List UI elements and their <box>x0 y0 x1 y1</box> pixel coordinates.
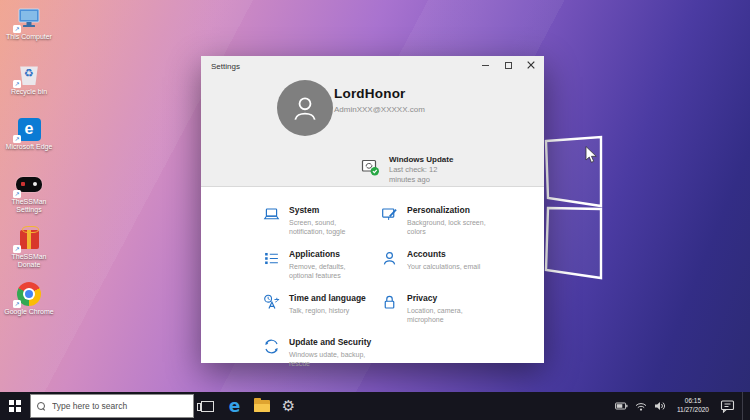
desktop-icon-thessman-settings[interactable]: ↗ TheSSMan Settings <box>2 171 56 226</box>
desktop-wallpaper: ↗ This Computer ♻ ↗ Recycle bin e ↗ Micr… <box>0 0 750 420</box>
shortcut-arrow-icon: ↗ <box>13 245 21 253</box>
privacy-icon <box>381 294 398 311</box>
volume-icon[interactable] <box>654 401 666 411</box>
action-center-button[interactable] <box>720 399 735 413</box>
personalization-icon <box>381 206 398 223</box>
edge-icon: e <box>229 398 241 415</box>
clock-time: 06:15 <box>677 397 709 406</box>
settings-categories: System Screen, sound, notification, togg… <box>263 206 507 382</box>
taskbar: e ⚙ <box>0 392 750 420</box>
windows-update-icon <box>361 158 380 176</box>
tile-privacy[interactable]: Privacy Location, camera, microphone <box>381 294 507 338</box>
windows-update-status-line1: Last check: 12 <box>389 165 453 174</box>
recycle-bin-icon: ♻ ↗ <box>16 61 42 87</box>
chrome-icon: ↗ <box>16 281 42 307</box>
windows-update-status[interactable]: Windows Update Last check: 12 minutes ag… <box>361 155 453 185</box>
maximize-button[interactable] <box>501 58 515 72</box>
accounts-icon <box>381 250 398 267</box>
user-profile[interactable]: LordHonor AdminXXX@XXXXX.com <box>334 86 425 114</box>
desktop-icon-recycle-bin[interactable]: ♻ ↗ Recycle bin <box>2 61 56 116</box>
tile-time-language[interactable]: Time and language Talk, region, history <box>263 294 381 338</box>
applications-icon <box>263 250 280 267</box>
desktop-icon-google-chrome[interactable]: ↗ Google Chrome <box>2 281 56 336</box>
user-email: AdminXXX@XXXXX.com <box>334 105 425 114</box>
desktop-icon-microsoft-edge[interactable]: e ↗ Microsoft Edge <box>2 116 56 171</box>
show-desktop-button[interactable] <box>742 392 746 420</box>
user-name: LordHonor <box>334 86 425 101</box>
time-language-icon <box>263 294 280 311</box>
update-security-icon <box>263 338 280 355</box>
close-button[interactable] <box>524 58 538 72</box>
start-button[interactable] <box>0 392 30 420</box>
shortcut-arrow-icon: ↗ <box>13 135 21 143</box>
desktop-icon-this-computer[interactable]: ↗ This Computer <box>2 6 56 61</box>
gift-icon: ↗ <box>16 226 42 252</box>
mouse-cursor <box>585 146 599 164</box>
tile-update-security[interactable]: Update and Security Windows udate, backu… <box>263 338 381 382</box>
search-icon <box>37 402 46 411</box>
wallpaper-windows-logo <box>540 128 610 288</box>
tile-applications[interactable]: Applications Remove, defaults, optional … <box>263 250 381 294</box>
user-avatar[interactable] <box>277 80 333 136</box>
person-icon <box>288 91 322 125</box>
desktop-icon-label: TheSSMan Donate <box>2 253 56 269</box>
action-center-icon <box>720 399 735 413</box>
file-explorer-button[interactable] <box>248 392 275 420</box>
wifi-icon[interactable] <box>635 402 647 411</box>
gamepad-icon: ↗ <box>16 171 42 197</box>
folder-icon <box>254 400 270 412</box>
taskbar-settings-button[interactable]: ⚙ <box>275 392 302 420</box>
edge-icon: e ↗ <box>16 116 42 142</box>
shortcut-arrow-icon: ↗ <box>13 300 21 308</box>
system-tray: 06:15 11/27/2020 <box>615 392 750 420</box>
taskbar-search[interactable] <box>30 394 194 418</box>
shortcut-arrow-icon: ↗ <box>13 190 21 198</box>
windows-logo-icon <box>9 400 21 412</box>
desktop-icon-list: ↗ This Computer ♻ ↗ Recycle bin e ↗ Micr… <box>2 6 56 336</box>
desktop-icon-label: Microsoft Edge <box>2 143 56 151</box>
battery-icon[interactable] <box>615 402 628 410</box>
taskbar-edge-button[interactable]: e <box>221 392 248 420</box>
shortcut-arrow-icon: ↗ <box>13 25 21 33</box>
windows-update-status-line2: minutes ago <box>389 175 453 184</box>
desktop-icon-label: TheSSMan Settings <box>2 198 56 214</box>
windows-update-title: Windows Update <box>389 155 453 164</box>
task-view-button[interactable] <box>194 392 221 420</box>
shortcut-arrow-icon: ↗ <box>13 80 21 88</box>
settings-window: Settings LordHonor AdminXXX@XXXXX.com <box>201 56 544 363</box>
task-view-icon <box>201 401 214 412</box>
taskbar-clock[interactable]: 06:15 11/27/2020 <box>673 397 713 415</box>
desktop-icon-thessman-donate[interactable]: ↗ TheSSMan Donate <box>2 226 56 281</box>
desktop-icon-label: Google Chrome <box>2 308 56 316</box>
gear-icon: ⚙ <box>282 399 295 414</box>
system-icon <box>263 206 280 223</box>
computer-icon: ↗ <box>16 6 42 32</box>
minimize-button[interactable] <box>478 58 492 72</box>
tile-accounts[interactable]: Accounts Your calculations, email <box>381 250 507 294</box>
desktop-icon-label: This Computer <box>2 33 56 41</box>
settings-window-header: Settings LordHonor AdminXXX@XXXXX.com <box>201 56 544 187</box>
desktop-icon-label: Recycle bin <box>2 88 56 96</box>
clock-date: 11/27/2020 <box>677 406 709 415</box>
tile-personalization[interactable]: Personalization Background, lock screen,… <box>381 206 507 250</box>
tile-system[interactable]: System Screen, sound, notification, togg… <box>263 206 381 250</box>
search-input[interactable] <box>52 401 182 411</box>
window-title: Settings <box>211 62 240 71</box>
